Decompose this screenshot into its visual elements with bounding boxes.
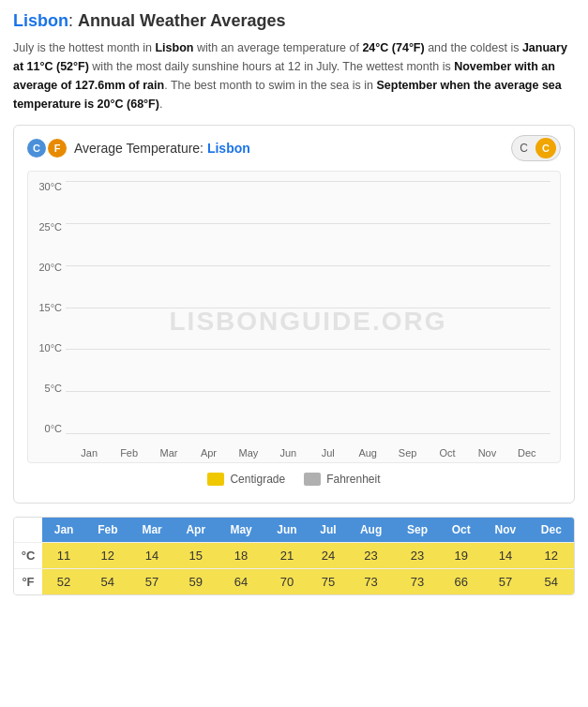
table-cell-celsius: 19: [440, 543, 482, 569]
table-cell-celsius: 12: [85, 543, 129, 569]
data-table-card: JanFebMarAprMayJunJulAugSepOctNovDec°C11…: [13, 517, 575, 595]
x-axis-label: Jun: [268, 447, 308, 459]
y-axis-label: 20°C: [32, 262, 62, 273]
table-month-header: Oct: [440, 518, 482, 543]
table-cell-celsius: 21: [264, 543, 309, 569]
table-cell-celsius: 18: [218, 543, 264, 569]
title-city: Lisbon: [13, 11, 68, 30]
table-month-header: May: [218, 518, 264, 543]
table-month-header: Dec: [529, 518, 574, 543]
y-axis-label: 5°C: [32, 383, 62, 394]
x-axis-label: Oct: [428, 447, 467, 459]
chart-inner: 0°C5°C10°C15°C20°C25°C30°C JanFebMarAprM…: [66, 181, 550, 462]
table-month-header: Jun: [264, 518, 309, 543]
x-axis-label: Jul: [309, 447, 348, 459]
legend-gray-box: [304, 473, 321, 486]
legend-fahrenheit: Fahrenheit: [304, 473, 380, 486]
unit-label: C: [516, 142, 532, 155]
table-cell-fahrenheit: 66: [440, 569, 482, 595]
title-text: Annual Weather Averages: [78, 11, 285, 30]
y-axis-label: 30°C: [32, 181, 62, 192]
table-month-header: Jan: [42, 518, 85, 543]
data-table: JanFebMarAprMayJunJulAugSepOctNovDec°C11…: [14, 518, 574, 594]
chart-header-left: C F Average Temperature: Lisbon: [27, 139, 250, 158]
unit-toggle[interactable]: C C: [511, 135, 561, 161]
unit-toggle-btn[interactable]: C: [535, 138, 556, 158]
x-axis-label: Feb: [109, 447, 148, 459]
y-axis-label: 15°C: [32, 302, 62, 313]
x-labels: JanFebMarAprMayJunJulAugSepOctNovDec: [66, 447, 550, 459]
table-cell-fahrenheit: 73: [395, 569, 440, 595]
fahrenheit-icon[interactable]: F: [48, 139, 67, 158]
table-cell-celsius: 24: [309, 543, 348, 569]
table-month-header: Feb: [85, 518, 129, 543]
temp-icons: C F: [27, 139, 67, 158]
x-axis-label: Aug: [348, 447, 387, 459]
table-cell-fahrenheit: 57: [482, 569, 528, 595]
chart-legend: Centigrade Fahrenheit: [27, 473, 561, 489]
table-cell-fahrenheit: 57: [129, 569, 173, 595]
table-cell-celsius: 14: [129, 543, 173, 569]
table-month-header: Mar: [129, 518, 173, 543]
row-label-fahrenheit: °F: [14, 569, 42, 595]
y-axis-labels: 0°C5°C10°C15°C20°C25°C30°C: [32, 181, 62, 462]
table-month-header: Apr: [174, 518, 218, 543]
legend-yellow-box: [207, 473, 224, 486]
y-axis-label: 10°C: [32, 342, 62, 354]
table-cell-fahrenheit: 75: [309, 569, 348, 595]
x-axis-label: Jan: [69, 447, 109, 459]
x-axis-label: Dec: [507, 447, 547, 459]
x-axis-label: May: [229, 447, 268, 459]
y-axis-label: 0°C: [32, 423, 62, 434]
description: July is the hottest month in Lisbon with…: [13, 38, 575, 113]
table-cell-celsius: 23: [395, 543, 440, 569]
x-axis-label: Nov: [467, 447, 506, 459]
y-axis-label: 25°C: [32, 221, 62, 233]
table-cell-fahrenheit: 73: [347, 569, 394, 595]
chart-header: C F Average Temperature: Lisbon C C: [27, 135, 561, 161]
chart-card: C F Average Temperature: Lisbon C C 0°C5…: [13, 125, 575, 504]
table-month-header: Jul: [309, 518, 348, 543]
table-cell-fahrenheit: 70: [264, 569, 309, 595]
chart-title: Average Temperature: Lisbon: [74, 141, 250, 156]
x-axis-label: Mar: [149, 447, 188, 459]
table-month-header: Nov: [482, 518, 528, 543]
legend-fahrenheit-label: Fahrenheit: [326, 473, 380, 486]
table-cell-fahrenheit: 52: [42, 569, 85, 595]
page-container: Lisbon: Annual Weather Averages July is …: [0, 0, 588, 607]
chart-city: Lisbon: [207, 141, 250, 156]
table-cell-fahrenheit: 54: [85, 569, 129, 595]
table-cell-celsius: 15: [174, 543, 218, 569]
x-axis-label: Sep: [387, 447, 427, 459]
celsius-icon[interactable]: C: [27, 139, 46, 158]
table-cell-fahrenheit: 64: [218, 569, 264, 595]
table-cell-fahrenheit: 54: [529, 569, 574, 595]
table-month-header: Sep: [395, 518, 440, 543]
table-cell-celsius: 12: [529, 543, 574, 569]
table-header-empty: [14, 518, 42, 543]
page-title: Lisbon: Annual Weather Averages: [13, 11, 575, 31]
legend-centigrade: Centigrade: [207, 473, 285, 486]
table-cell-celsius: 14: [482, 543, 528, 569]
table-cell-celsius: 11: [42, 543, 85, 569]
bars-container: [66, 181, 550, 434]
chart-area: 0°C5°C10°C15°C20°C25°C30°C JanFebMarAprM…: [27, 171, 561, 463]
table-cell-celsius: 23: [347, 543, 394, 569]
table-month-header: Aug: [347, 518, 394, 543]
legend-centigrade-label: Centigrade: [230, 473, 285, 486]
table-cell-fahrenheit: 59: [174, 569, 218, 595]
row-label-celsius: °C: [14, 543, 42, 569]
x-axis-label: Apr: [188, 447, 228, 459]
